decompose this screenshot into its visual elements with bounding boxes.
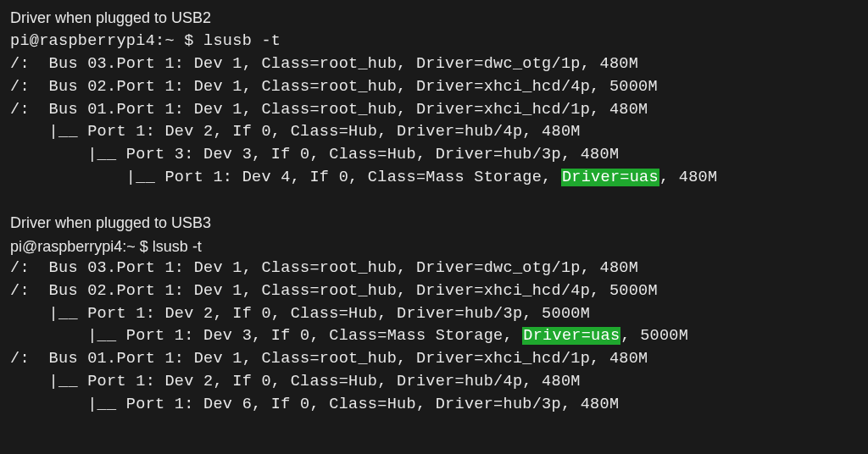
- output-line: /: Bus 01.Port 1: Dev 1, Class=root_hub,…: [10, 99, 858, 122]
- lsusb-output: /: Bus 03.Port 1: Dev 1, Class=root_hub,…: [10, 53, 858, 190]
- highlight-driver-uas: Driver=uas: [561, 169, 659, 186]
- output-line: /: Bus 02.Port 1: Dev 1, Class=root_hub,…: [10, 280, 858, 303]
- highlight-driver-uas: Driver=uas: [522, 327, 620, 345]
- section-header: Driver when plugged to USB3: [10, 212, 858, 234]
- terminal-block-usb3: Driver when plugged to USB3 pi@raspberry…: [10, 212, 858, 417]
- output-line: /: Bus 03.Port 1: Dev 1, Class=root_hub,…: [10, 53, 858, 76]
- output-line: |__ Port 3: Dev 3, If 0, Class=Hub, Driv…: [10, 144, 858, 167]
- shell-prompt: pi@raspberrypi4:~ $ lsusb -t: [10, 30, 858, 53]
- output-text: |__ Port 1: Dev 4, If 0, Class=Mass Stor…: [10, 169, 561, 186]
- terminal-block-usb2: Driver when plugged to USB2 pi@raspberry…: [10, 7, 858, 190]
- output-line: /: Bus 03.Port 1: Dev 1, Class=root_hub,…: [10, 257, 858, 280]
- output-line: |__ Port 1: Dev 3, If 0, Class=Mass Stor…: [10, 325, 858, 348]
- output-line: /: Bus 01.Port 1: Dev 1, Class=root_hub,…: [10, 348, 858, 371]
- output-text: , 5000M: [620, 327, 688, 345]
- lsusb-output: /: Bus 03.Port 1: Dev 1, Class=root_hub,…: [10, 257, 858, 417]
- section-header: Driver when plugged to USB2: [10, 7, 858, 29]
- output-line: |__ Port 1: Dev 2, If 0, Class=Hub, Driv…: [10, 303, 858, 326]
- output-line: |__ Port 1: Dev 2, If 0, Class=Hub, Driv…: [10, 371, 858, 394]
- output-line: |__ Port 1: Dev 4, If 0, Class=Mass Stor…: [10, 167, 858, 190]
- output-line: /: Bus 02.Port 1: Dev 1, Class=root_hub,…: [10, 76, 858, 99]
- shell-prompt: pi@raspberrypi4:~ $ lsusb -t: [10, 235, 858, 257]
- output-line: |__ Port 1: Dev 6, If 0, Class=Hub, Driv…: [10, 394, 858, 417]
- output-text: |__ Port 1: Dev 3, If 0, Class=Mass Stor…: [10, 327, 522, 345]
- output-line: |__ Port 1: Dev 2, If 0, Class=Hub, Driv…: [10, 121, 858, 144]
- output-text: , 480M: [659, 169, 717, 186]
